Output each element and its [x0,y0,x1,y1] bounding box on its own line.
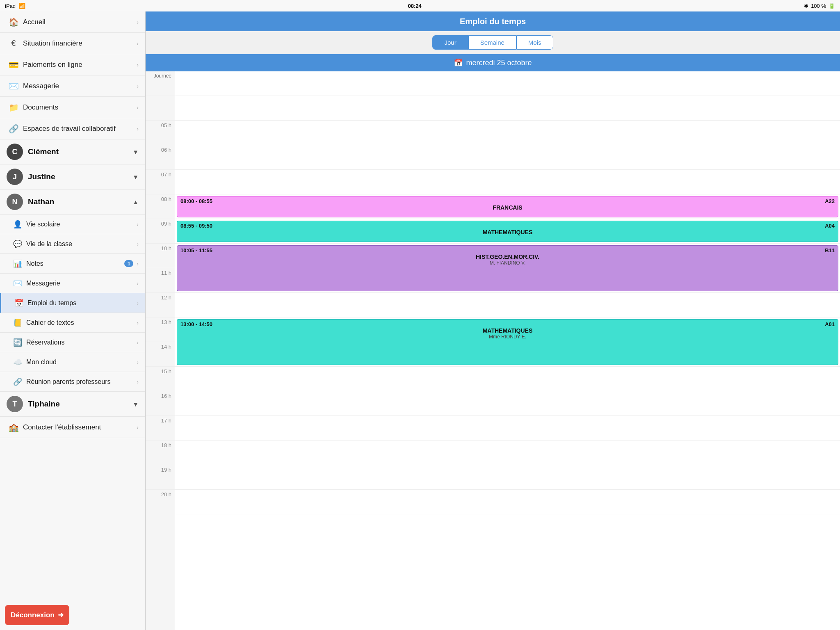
sub-item-reservations[interactable]: 🔄 Réservations › [0,333,145,352]
sub-icon-cahier: 📒 [11,318,24,327]
chevron-icon: › [137,82,139,89]
sub-icon-reunion: 🔗 [11,377,24,386]
hour-row-1 [175,96,840,121]
label-documents: Documents [21,103,137,112]
time-slot-16: 19 h [146,465,175,490]
event-ev1[interactable]: 08:00 - 08:55 A22 FRANCAIS [177,196,838,217]
calendar-area: Journée05 h06 h07 h08 h09 h10 h11 h12 h1… [146,71,840,630]
sub-label-reservations: Réservations [24,339,137,346]
event-subject-ev4: MATHEMATIQUES [180,327,835,334]
battery-label: 100 % [811,3,826,9]
date-text: mercredi 25 octobre [466,59,532,67]
disconnect-button[interactable]: Déconnexion ➜ [5,605,69,625]
label-situation: Situation financière [21,39,137,48]
chevron-icon: › [137,18,139,25]
time-slot-8: 11 h [146,268,175,293]
event-room-ev2: A04 [825,223,835,229]
sub-chevron-icon: › [137,359,139,365]
sidebar-item-paiements[interactable]: 💳 Paiements en ligne › [0,54,145,75]
wifi-icon: 📶 [19,3,25,9]
events-column: 08:00 - 08:55 A22 FRANCAIS 08:55 - 09:50… [175,71,840,630]
avatar-tiphaine: T [7,396,23,412]
event-ev4[interactable]: 13:00 - 14:50 A01 MATHEMATIQUES Mme RION… [177,319,838,365]
sub-item-messagerie[interactable]: ✉️ Messagerie › [0,274,145,293]
sub-item-cloud[interactable]: ☁️ Mon cloud › [0,352,145,372]
user-row-justine[interactable]: J Justine ▼ [0,164,145,189]
toggle-justine: ▼ [132,173,139,180]
chevron-icon: › [137,40,139,47]
sub-item-vie-classe[interactable]: 💬 Vie de la classe › [0,234,145,254]
avatar-clément: C [7,144,23,160]
sub-item-vie-scolaire[interactable]: 👤 Vie scolaire › [0,215,145,234]
event-ev3[interactable]: 10:05 - 11:55 B11 HIST.GEO.EN.MOR.CIV. M… [177,245,838,291]
sub-item-emploi[interactable]: 📅 Emploi du temps › [0,293,145,313]
sidebar-item-situation[interactable]: € Situation financière › [0,33,145,54]
sub-item-notes[interactable]: 📊 Notes 1 › [0,254,145,274]
event-time-ev2: 08:55 - 09:50 [180,223,212,229]
sub-label-cloud: Mon cloud [24,358,137,366]
icon-situation: € [7,39,21,48]
user-row-tiphaine[interactable]: T Tiphaine ▼ [0,392,145,417]
sub-chevron-icon: › [137,320,139,326]
time-slot-4: 07 h [146,170,175,194]
sub-chevron-icon: › [137,221,139,228]
time-slot-14: 17 h [146,416,175,441]
time-slot-0: Journée [146,71,175,96]
hour-row-13 [175,391,840,416]
toggle-nathan: ▲ [132,199,139,205]
sub-item-cahier[interactable]: 📒 Cahier de textes › [0,313,145,333]
sub-item-reunion[interactable]: 🔗 Réunion parents professeurs › [0,372,145,392]
badge-notes: 1 [124,260,133,267]
event-ev2[interactable]: 08:55 - 09:50 A04 MATHEMATIQUES [177,221,838,242]
sub-chevron-icon: › [137,280,139,287]
main-content: Emploi du temps Jour Semaine Mois 📅 merc… [146,11,840,630]
event-room-ev3: B11 [825,247,835,253]
mois-button[interactable]: Mois [516,35,553,50]
jour-button[interactable]: Jour [432,35,468,50]
sidebar-item-documents[interactable]: 📁 Documents › [0,97,145,118]
user-name-nathan: Nathan [23,197,132,206]
label-messagerie-top: Messagerie [21,82,137,90]
user-name-tiphaine: Tiphaine [23,399,132,409]
calendar-icon: 📅 [454,58,463,67]
icon-documents: 📁 [7,103,21,112]
icon-contacter: 🏫 [7,422,21,432]
page-title: Emploi du temps [460,17,526,26]
hour-row-16 [175,465,840,490]
hour-row-4 [175,170,840,194]
event-room-ev1: A22 [825,198,835,204]
sidebar-item-espaces[interactable]: 🔗 Espaces de travail collaboratif › [0,118,145,139]
time-slot-7: 10 h [146,244,175,268]
user-row-clément[interactable]: C Clément ▼ [0,139,145,164]
sub-icon-messagerie: ✉️ [11,279,24,288]
event-room-ev4: A01 [825,321,835,327]
user-name-justine: Justine [23,172,132,181]
time-slot-3: 06 h [146,145,175,170]
user-name-clément: Clément [23,147,132,156]
sidebar: 🏠 Accueil › € Situation financière › 💳 P… [0,11,146,630]
time-slot-11: 14 h [146,342,175,367]
app-container: 🏠 Accueil › € Situation financière › 💳 P… [0,0,840,630]
sub-icon-reservations: 🔄 [11,338,24,347]
icon-messagerie-top: ✉️ [7,81,21,91]
sidebar-item-accueil[interactable]: 🏠 Accueil › [0,11,145,33]
date-header[interactable]: 📅 mercredi 25 octobre [146,54,840,71]
sub-icon-vie-classe: 💬 [11,240,24,249]
time-slot-10: 13 h [146,317,175,342]
status-left: iPad 📶 [5,3,25,9]
sidebar-item-contacter[interactable]: 🏫 Contacter l'établissement › [0,417,145,438]
avatar-justine: J [7,169,23,185]
sidebar-item-messagerie-top[interactable]: ✉️ Messagerie › [0,75,145,97]
user-row-nathan[interactable]: N Nathan ▲ [0,189,145,215]
icon-accueil: 🏠 [7,17,21,27]
sub-icon-notes: 📊 [11,259,24,268]
event-teacher-ev4: Mme RIONDY E. [180,334,835,340]
semaine-button[interactable]: Semaine [468,35,516,50]
sub-chevron-icon: › [137,339,139,346]
sub-label-vie-scolaire: Vie scolaire [24,221,137,228]
sub-label-reunion: Réunion parents professeurs [24,378,137,386]
time-slot-17: 20 h [146,490,175,514]
sub-icon-vie-scolaire: 👤 [11,220,24,229]
sub-label-vie-classe: Vie de la classe [24,240,137,248]
hour-row-3 [175,145,840,170]
